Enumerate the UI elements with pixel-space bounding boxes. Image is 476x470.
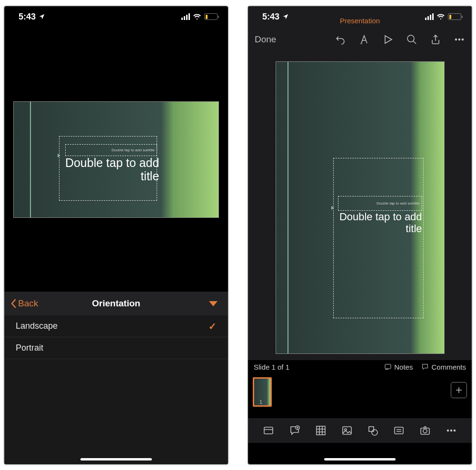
- svg-rect-12: [395, 427, 403, 434]
- comments-label: Comments: [431, 363, 466, 371]
- accent-line: [30, 102, 31, 217]
- accent-line: [288, 62, 288, 353]
- location-icon: [39, 13, 45, 20]
- svg-rect-4: [385, 364, 391, 369]
- option-label: Portrait: [16, 343, 43, 353]
- toolbar-icons: [335, 34, 465, 45]
- add-slide-button[interactable]: [451, 382, 467, 398]
- home-indicator[interactable]: [80, 458, 152, 460]
- home-indicator[interactable]: [324, 458, 396, 460]
- shapes-icon[interactable]: [367, 425, 378, 436]
- app-header: 5:43 Presentation Done: [248, 6, 472, 52]
- orientation-options: Landscape ✓ Portrait: [4, 315, 228, 359]
- back-label: Back: [18, 298, 38, 309]
- status-right: [181, 12, 218, 21]
- subtitle-placeholder[interactable]: Double tap to add subtitle: [65, 144, 158, 156]
- svg-rect-7: [317, 426, 325, 435]
- share-icon[interactable]: [430, 34, 441, 45]
- thumbnail-strip[interactable]: 1: [248, 373, 472, 418]
- title-placeholder-text[interactable]: Double tap to add title: [337, 211, 422, 235]
- placeholder-handle-icon: [58, 154, 60, 157]
- title-placeholder-box[interactable]: [333, 158, 424, 318]
- orientation-option-landscape[interactable]: Landscape ✓: [4, 315, 228, 337]
- slide-preview-area[interactable]: Double tap to add subtitle Double tap to…: [4, 27, 228, 292]
- status-time-area: 5:43: [19, 12, 45, 22]
- comments-button[interactable]: Comments: [421, 363, 466, 371]
- notes-button[interactable]: Notes: [384, 363, 413, 371]
- subtitle-placeholder[interactable]: Double tap to add subtitle: [338, 196, 422, 211]
- slide-counter: Slide 1 of 1: [254, 363, 289, 371]
- camera-icon[interactable]: [419, 425, 431, 436]
- svg-point-0: [407, 35, 414, 42]
- more-icon[interactable]: [454, 34, 465, 45]
- check-icon: ✓: [208, 321, 217, 332]
- svg-rect-5: [264, 427, 273, 434]
- layout-icon[interactable]: [263, 425, 274, 436]
- status-time: 5:43: [19, 12, 36, 22]
- svg-rect-8: [343, 427, 351, 434]
- svg-point-14: [423, 429, 427, 433]
- new-comment-icon[interactable]: [289, 425, 300, 436]
- svg-point-17: [454, 430, 455, 431]
- status-bar: 5:43: [4, 6, 228, 27]
- svg-point-11: [372, 430, 377, 435]
- cellular-icon: [181, 13, 190, 20]
- slide-portrait[interactable]: Double tap to add subtitle Double tap to…: [276, 61, 445, 354]
- more-tools-icon[interactable]: [446, 425, 457, 436]
- back-button[interactable]: Back: [4, 298, 38, 309]
- table-icon[interactable]: [315, 425, 327, 436]
- svg-point-15: [447, 430, 448, 431]
- phone-right: 5:43 Presentation Done: [247, 5, 473, 465]
- svg-point-2: [459, 39, 460, 40]
- option-label: Landscape: [16, 321, 58, 331]
- done-button[interactable]: Done: [255, 34, 276, 45]
- notes-icon: [384, 363, 392, 371]
- menu-empty-area: [4, 359, 228, 465]
- document-name: Presentation: [248, 17, 472, 25]
- orientation-option-portrait[interactable]: Portrait: [4, 337, 228, 359]
- play-icon[interactable]: [382, 34, 394, 45]
- svg-point-1: [456, 39, 457, 40]
- chevron-left-icon: [10, 299, 17, 308]
- notes-label: Notes: [394, 363, 413, 371]
- slide-landscape[interactable]: Double tap to add subtitle Double tap to…: [13, 101, 219, 218]
- undo-icon[interactable]: [335, 34, 346, 45]
- slide-info-bar: Slide 1 of 1 Notes Comments: [248, 360, 472, 373]
- slide-canvas[interactable]: Double tap to add subtitle Double tap to…: [248, 52, 472, 360]
- battery-icon: [204, 13, 218, 20]
- text-box-icon[interactable]: [393, 425, 405, 436]
- svg-rect-10: [369, 427, 374, 431]
- text-format-icon[interactable]: [358, 34, 370, 45]
- svg-point-3: [462, 39, 464, 40]
- phone-left: 5:43 Double tap to add subtitle Double t…: [3, 5, 229, 465]
- svg-point-16: [450, 430, 452, 431]
- wifi-icon: [193, 12, 201, 21]
- orientation-menu-header: Back Orientation: [4, 292, 228, 315]
- image-icon[interactable]: [341, 425, 353, 436]
- collapse-icon[interactable]: [209, 301, 218, 306]
- document-toolbar: Presentation Done: [248, 27, 472, 52]
- search-icon[interactable]: [406, 34, 417, 45]
- plus-icon: [455, 386, 463, 394]
- bottom-toolbar: [248, 418, 472, 443]
- thumbnail-number: 1: [259, 399, 262, 405]
- title-placeholder-text[interactable]: Double tap to add title: [65, 156, 159, 184]
- comments-icon: [421, 363, 429, 371]
- placeholder-handle-icon: [331, 206, 334, 210]
